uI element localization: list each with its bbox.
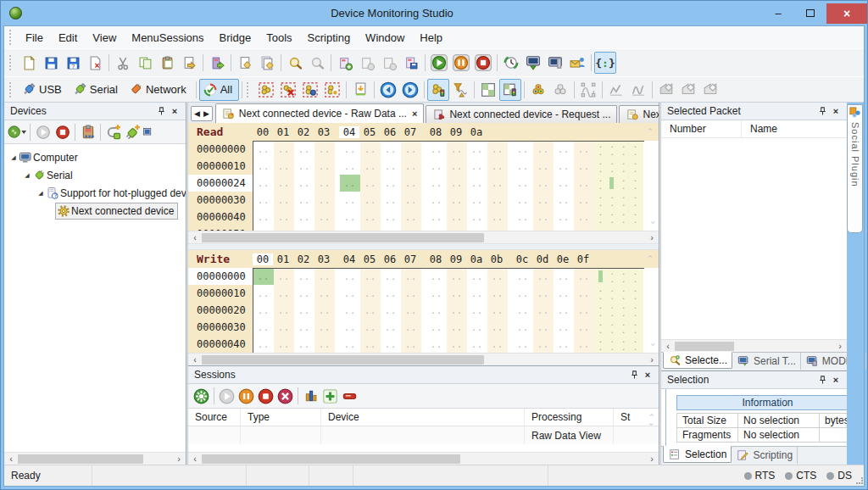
close-panel-icon[interactable]: × (829, 374, 843, 386)
hex-byte-cell[interactable]: .. (574, 336, 594, 353)
hex-byte-cell[interactable]: .. (487, 268, 508, 285)
package-close-button[interactable] (378, 52, 400, 74)
scroll-thumb[interactable] (202, 454, 460, 464)
hex-byte-cell[interactable]: .. (533, 336, 554, 353)
hex-byte-cell[interactable]: .. (533, 268, 554, 285)
export-window-button[interactable] (699, 79, 721, 101)
hex-byte-cell[interactable]: .. (381, 175, 401, 192)
hex-byte-cell[interactable]: .. (340, 268, 360, 285)
hex-byte-cell[interactable]: .. (340, 336, 360, 353)
hex-byte-cell[interactable]: .. (513, 175, 533, 192)
hex-byte-cell[interactable]: .. (533, 319, 554, 336)
paste-network-button[interactable] (78, 122, 97, 142)
hex-byte-cell[interactable]: .. (467, 336, 487, 353)
close-file-button[interactable]: × (84, 52, 106, 74)
scroll-down-icon[interactable]: › (648, 220, 657, 225)
hex-byte-cell[interactable]: .. (401, 209, 421, 226)
tab-third[interactable]: Next con (619, 105, 659, 123)
menu-file[interactable]: File (18, 28, 51, 47)
hex-byte-cell[interactable]: .. (533, 209, 554, 226)
hex-byte-cell[interactable]: .. (253, 226, 274, 231)
hex-ascii-cell[interactable]: . . . . . . . . (594, 226, 643, 231)
hex-byte-cell[interactable]: .. (360, 336, 381, 353)
menu-scripting[interactable]: Scripting (300, 28, 359, 47)
hex-byte-cell[interactable]: .. (554, 226, 574, 231)
hex-byte-cell[interactable]: .. (574, 319, 594, 336)
hex-byte-cell[interactable]: .. (381, 209, 401, 226)
hex-byte-cell[interactable]: .. (294, 268, 314, 285)
sessions-hscrollbar[interactable]: ‹ › (188, 452, 659, 465)
hex-byte-cell[interactable]: .. (340, 141, 360, 158)
hex-byte-cell[interactable]: .. (426, 285, 447, 302)
hex-byte-cell[interactable]: .. (487, 319, 508, 336)
hex-byte-cell[interactable]: .. (360, 319, 381, 336)
hex-byte-cell[interactable]: .. (574, 175, 594, 192)
hex-ascii-cell[interactable]: . . . . . . . . (594, 209, 643, 226)
hex-byte-cell[interactable]: .. (314, 302, 335, 319)
hex-byte-cell[interactable]: .. (513, 226, 533, 231)
hex-byte-cell[interactable]: .. (253, 192, 274, 209)
hex-byte-cell[interactable]: .. (401, 336, 421, 353)
tab-selection[interactable]: Selection (663, 446, 732, 463)
hex-byte-cell[interactable]: .. (574, 141, 594, 158)
export-data-button[interactable] (349, 79, 371, 101)
hex-byte-cell[interactable]: .. (467, 268, 487, 285)
hex-byte-cell[interactable]: .. (340, 175, 360, 192)
scroll-left-arrow[interactable]: ‹ (188, 454, 202, 464)
hex-byte-cell[interactable]: .. (381, 319, 401, 336)
hex-byte-cell[interactable]: .. (274, 141, 294, 158)
hex-byte-cell[interactable]: .. (447, 336, 467, 353)
session-row[interactable]: Raw Data View (188, 426, 659, 444)
hex-byte-cell[interactable]: .. (487, 285, 508, 302)
hex-byte-cell[interactable]: .. (253, 141, 274, 158)
hex-byte-cell[interactable]: .. (274, 226, 294, 231)
device-view-button[interactable] (142, 122, 153, 142)
devices-hscrollbar[interactable]: ‹ › (4, 452, 186, 465)
column-status[interactable]: St (614, 409, 645, 426)
hex-byte-cell[interactable]: .. (487, 226, 508, 231)
hex-byte-cell[interactable]: .. (274, 175, 294, 192)
hex-byte-cell[interactable]: .. (381, 268, 401, 285)
usb-filter-button[interactable]: USB (18, 79, 69, 101)
hex-byte-cell[interactable]: .. (253, 285, 274, 302)
script-editor-button[interactable]: {:} (594, 52, 616, 74)
hex-ascii-cell[interactable]: . . . . . . . . (594, 175, 643, 192)
find-button[interactable] (284, 52, 306, 74)
find-disabled-button[interactable] (306, 52, 328, 74)
hex-ascii-cell[interactable]: . . . . . . . . (594, 192, 643, 209)
pin-icon[interactable] (627, 369, 641, 381)
hex-byte-cell[interactable]: .. (253, 268, 274, 285)
hex-byte-cell[interactable]: .. (360, 226, 381, 231)
hex-byte-cell[interactable]: .. (554, 192, 574, 209)
hex-byte-cell[interactable]: .. (274, 336, 294, 353)
package-save-button[interactable] (400, 52, 422, 74)
paste-button[interactable] (156, 52, 178, 74)
curve-chart-button[interactable] (627, 79, 649, 101)
hex-byte-cell[interactable]: .. (487, 302, 508, 319)
hex-byte-cell[interactable]: .. (253, 175, 274, 192)
pin-icon[interactable] (154, 105, 168, 117)
tab-request[interactable]: Next connected device - Request ... (426, 105, 617, 123)
hex-byte-cell[interactable]: .. (533, 141, 554, 158)
hex-byte-cell[interactable]: .. (294, 285, 314, 302)
network-filter-button[interactable]: Network (125, 79, 193, 101)
column-device[interactable]: Device (321, 409, 525, 426)
hex-byte-cell[interactable]: .. (447, 285, 467, 302)
hex-byte-cell[interactable]: .. (294, 336, 314, 353)
pause-session-button[interactable] (236, 387, 256, 406)
hex-byte-cell[interactable]: .. (554, 302, 574, 319)
hex-byte-cell[interactable]: .. (513, 285, 533, 302)
menu-edit[interactable]: Edit (51, 28, 85, 47)
hex-byte-cell[interactable]: .. (340, 285, 360, 302)
hex-byte-cell[interactable]: .. (426, 209, 447, 226)
hex-byte-cell[interactable]: .. (274, 302, 294, 319)
hex-byte-cell[interactable]: .. (314, 209, 335, 226)
hex-byte-cell[interactable]: .. (381, 158, 401, 175)
scroll-thumb[interactable] (675, 342, 734, 351)
hex-byte-cell[interactable]: .. (314, 285, 335, 302)
menu-window[interactable]: Window (358, 28, 412, 47)
hex-byte-cell[interactable]: .. (274, 268, 294, 285)
hex-byte-cell[interactable]: .. (447, 268, 467, 285)
hex-byte-cell[interactable]: .. (340, 209, 360, 226)
navigate-back-button[interactable] (377, 79, 399, 101)
